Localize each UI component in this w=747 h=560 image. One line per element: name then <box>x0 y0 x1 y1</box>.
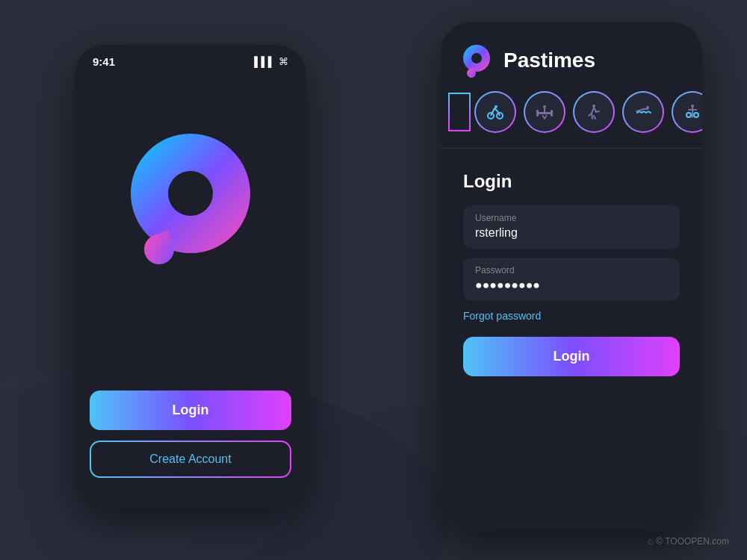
login-button-left[interactable]: Login <box>90 391 291 430</box>
phone-right: Pastimes <box>441 22 702 530</box>
phone-left-buttons: Login Create Account <box>90 391 291 478</box>
create-account-wrapper: Create Account <box>90 441 291 478</box>
username-field[interactable]: Username rsterling <box>463 205 680 249</box>
username-value: rsterling <box>475 226 668 240</box>
password-label: Password <box>475 265 668 276</box>
create-account-button[interactable]: Create Account <box>91 442 290 476</box>
divider <box>441 148 702 149</box>
svg-rect-7 <box>538 112 551 114</box>
svg-point-5 <box>495 105 498 108</box>
svg-point-13 <box>686 113 691 117</box>
svg-point-6 <box>543 105 546 108</box>
activity-icon-swimming[interactable] <box>622 91 664 133</box>
signal-icon: ▌▌▌ <box>254 56 275 67</box>
arc-partial <box>448 93 471 131</box>
username-label: Username <box>475 213 668 223</box>
login-button-right[interactable]: Login <box>463 337 680 376</box>
status-icons: ▌▌▌ ⌘ <box>254 56 288 67</box>
status-time: 9:41 <box>93 55 115 68</box>
activity-icon-cycling[interactable] <box>474 91 516 133</box>
app-header: Pastimes <box>441 22 702 91</box>
watermark: ⌂ © TOOOPEN.com <box>648 536 729 547</box>
app-logo-small <box>463 45 495 76</box>
app-logo-large <box>75 134 306 253</box>
phone-left: 9:41 ▌▌▌ ⌘ Login Create Account <box>75 45 306 508</box>
wifi-icon: ⌘ <box>279 56 288 67</box>
password-field[interactable]: Password ●●●●●●●●● <box>463 258 680 301</box>
activity-icon-weightlifting[interactable] <box>524 91 565 133</box>
svg-rect-9 <box>551 110 553 116</box>
forgot-password-link[interactable]: Forgot password <box>463 310 680 322</box>
watermark-text: © TOOOPEN.com <box>656 536 729 547</box>
logo-small-circle <box>463 45 490 72</box>
status-bar-left: 9:41 ▌▌▌ ⌘ <box>75 45 306 74</box>
login-title: Login <box>463 171 680 192</box>
svg-point-14 <box>694 113 698 117</box>
logo-circle-large <box>131 134 250 253</box>
login-section: Login Username rsterling Password ●●●●●●… <box>441 164 702 384</box>
app-name: Pastimes <box>503 49 595 72</box>
watermark-icon: ⌂ <box>648 536 653 547</box>
password-value: ●●●●●●●●● <box>475 279 668 292</box>
svg-rect-8 <box>536 110 539 116</box>
activity-icon-gymnastics[interactable] <box>573 91 615 133</box>
activity-icon-basketball[interactable] <box>672 91 702 133</box>
activity-icons-row <box>441 91 702 133</box>
